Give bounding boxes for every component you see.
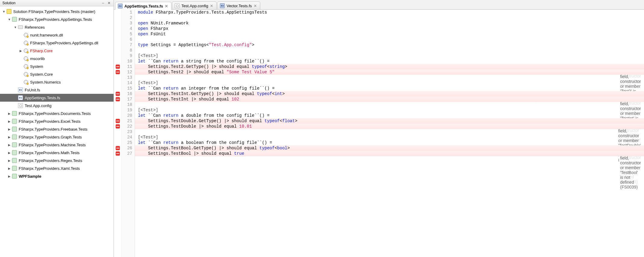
tree-item-label: FSharpx.TypeProviders.AppSettings.dll bbox=[30, 41, 98, 45]
code-line[interactable]: let ``Can return a boolean from the conf… bbox=[135, 140, 644, 145]
tree-item-wpfsample[interactable]: ▶WPFSample bbox=[0, 172, 114, 180]
error-marker-slot bbox=[114, 53, 121, 59]
code-line[interactable]: let ``Can return a string from the confi… bbox=[135, 59, 644, 64]
line-number: 2 bbox=[122, 15, 132, 21]
chevron-right-icon[interactable]: ▶ bbox=[7, 167, 11, 170]
error-marker-icon[interactable] bbox=[116, 97, 120, 101]
code-line[interactable]: Settings.TestInt.GetType() |> should equ… bbox=[135, 91, 644, 97]
close-icon[interactable]: ✕ bbox=[165, 4, 168, 8]
tree-item-label: FSharpx.TypeProviders.AppSettings.Tests bbox=[19, 17, 92, 22]
code-line[interactable]: Settings.TestBool.GetType() |> should eq… bbox=[135, 145, 644, 151]
code-line[interactable] bbox=[135, 102, 644, 107]
line-number: 11 bbox=[122, 64, 132, 69]
tab-test-app-config[interactable]: Test.App.config✕ bbox=[172, 2, 217, 9]
code-line[interactable]: module FSharpx.TypeProviders.Tests.AppSe… bbox=[135, 10, 644, 15]
tree-item-mscorlib[interactable]: mscorlib bbox=[0, 55, 114, 62]
code-editor[interactable]: 1234567891011121314151617181920212223242… bbox=[114, 10, 644, 257]
close-icon[interactable]: ✕ bbox=[107, 1, 111, 5]
code-body[interactable]: ~~~~The field, constructor or member 'Te… bbox=[135, 10, 644, 257]
tree-item-label: WPFSample bbox=[19, 174, 41, 179]
tree-item-fsharpx-typeproviders-appsettings-dll[interactable]: FSharpx.TypeProviders.AppSettings.dll bbox=[0, 39, 114, 47]
code-line[interactable] bbox=[135, 75, 644, 80]
error-marker-icon[interactable] bbox=[116, 92, 120, 96]
tree-item-fsharpx-typeproviders-math-tests[interactable]: ▶FSharpx.TypeProviders.Math.Tests bbox=[0, 149, 114, 157]
tree-item-fsharpx-typeproviders-xaml-tests[interactable]: ▶FSharpx.TypeProviders.Xaml.Tests bbox=[0, 164, 114, 172]
code-line[interactable]: Settings.TestDouble |> should equal 10.0… bbox=[135, 124, 644, 129]
tree-item-fsharpx-typeproviders-excel-tests[interactable]: ▶FSharpx.TypeProviders.Excel.Tests bbox=[0, 117, 114, 125]
chevron-right-icon[interactable]: ▶ bbox=[7, 159, 11, 162]
code-line[interactable]: let ``Can return a double from the confi… bbox=[135, 113, 644, 118]
tree-item-fsharpx-typeproviders-documents-tests[interactable]: ▶FSharpx.TypeProviders.Documents.Tests bbox=[0, 109, 114, 117]
code-line[interactable]: [<Test>] bbox=[135, 107, 644, 113]
tab-appsettings-tests-fs[interactable]: F#AppSettings.Tests.fs✕ bbox=[115, 2, 171, 10]
tree-item-system[interactable]: System bbox=[0, 62, 114, 70]
code-line[interactable]: type Settings = AppSettings<"Test.App.co… bbox=[135, 42, 644, 48]
tree-item-label: FSharpx.TypeProviders.Machine.Tests bbox=[19, 143, 86, 147]
tree-item-nunit-framework-dll[interactable]: nunit.framework.dll bbox=[0, 31, 114, 39]
tree-item-system-numerics[interactable]: System.Numerics bbox=[0, 78, 114, 86]
code-line[interactable] bbox=[135, 48, 644, 53]
tree-item-references[interactable]: ▼References bbox=[0, 23, 114, 31]
tab-vector-tests-fs[interactable]: F#Vector.Tests.fs✕ bbox=[217, 2, 260, 9]
project-icon bbox=[11, 17, 17, 22]
error-marker-icon[interactable] bbox=[116, 151, 120, 156]
chevron-right-icon[interactable]: ▶ bbox=[7, 135, 11, 139]
chevron-down-icon[interactable]: ▼ bbox=[2, 10, 6, 13]
tree-item-test-app-config[interactable]: Test.App.config bbox=[0, 102, 114, 109]
line-number: 4 bbox=[122, 26, 132, 31]
code-line[interactable]: [<Test>] bbox=[135, 135, 644, 140]
tree-item-label: FSharpx.TypeProviders.Math.Tests bbox=[19, 151, 80, 155]
close-icon[interactable]: ✕ bbox=[254, 4, 257, 8]
tree-item-label: AppSettings.Tests.fs bbox=[25, 96, 60, 100]
chevron-right-icon[interactable]: ▶ bbox=[7, 143, 11, 147]
code-line[interactable]: Settings.Test2 |> should equal "Some Tes… bbox=[135, 69, 644, 75]
chevron-right-icon[interactable]: ▶ bbox=[19, 49, 23, 52]
error-marker-icon[interactable] bbox=[116, 119, 120, 123]
code-line[interactable]: [<Test>] bbox=[135, 80, 644, 86]
error-marker-slot bbox=[114, 10, 121, 15]
code-line[interactable]: open FSharpx bbox=[135, 26, 644, 31]
chevron-right-icon[interactable]: ▶ bbox=[7, 175, 11, 178]
tree-item-fsharpx-typeproviders-graph-tests[interactable]: ▶FSharpx.TypeProviders.Graph.Tests bbox=[0, 133, 114, 141]
line-number: 21 bbox=[122, 118, 132, 124]
tree-item-fsharpx-typeproviders-appsettings-tests[interactable]: ▼FSharpx.TypeProviders.AppSettings.Tests bbox=[0, 15, 114, 23]
tree-item-system-core[interactable]: System.Core bbox=[0, 70, 114, 78]
tree-item-fsunit-fs[interactable]: F#FsUnit.fs bbox=[0, 86, 114, 94]
code-line[interactable] bbox=[135, 129, 644, 135]
tree-item-label: FsUnit.fs bbox=[25, 88, 40, 92]
minimize-icon[interactable]: – bbox=[101, 1, 105, 5]
code-line[interactable]: Settings.TestBool |> should equal true bbox=[135, 151, 644, 156]
chevron-right-icon[interactable]: ▶ bbox=[7, 112, 11, 115]
tree-item-label: System.Core bbox=[30, 72, 53, 77]
error-marker-icon[interactable] bbox=[116, 70, 120, 74]
error-marker-icon[interactable] bbox=[116, 124, 120, 128]
error-marker-icon[interactable] bbox=[116, 65, 120, 69]
ref-icon bbox=[23, 79, 29, 85]
ref-icon bbox=[23, 32, 29, 38]
tree-item-fsharpx-typeproviders-freebase-tests[interactable]: ▶FSharpx.TypeProviders.Freebase.Tests bbox=[0, 125, 114, 133]
chevron-right-icon[interactable]: ▶ bbox=[7, 120, 11, 123]
code-line[interactable]: Settings.TestInt |> should equal 102 bbox=[135, 97, 644, 102]
code-line[interactable]: open NUnit.Framework bbox=[135, 21, 644, 26]
code-line[interactable]: [<Test>] bbox=[135, 53, 644, 59]
tree-item-label: nunit.framework.dll bbox=[30, 33, 63, 37]
code-line[interactable] bbox=[135, 37, 644, 42]
chevron-right-icon[interactable]: ▶ bbox=[7, 151, 11, 154]
tree-item-fsharpx-typeproviders-regex-tests[interactable]: ▶FSharpx.TypeProviders.Regex.Tests bbox=[0, 157, 114, 164]
tree-item-appsettings-tests-fs[interactable]: F#AppSettings.Tests.fs bbox=[0, 94, 114, 102]
code-line[interactable]: let ``Can return an integer from the con… bbox=[135, 86, 644, 91]
solution-node[interactable]: ▼ Solution FSharpx.TypeProviders.Tests (… bbox=[0, 8, 114, 15]
solution-tree[interactable]: ▼ Solution FSharpx.TypeProviders.Tests (… bbox=[0, 6, 114, 257]
code-line[interactable] bbox=[135, 15, 644, 21]
code-line[interactable]: Settings.TestDouble.GetType() |> should … bbox=[135, 118, 644, 124]
tree-item-fsharp-core[interactable]: ▶FSharp.Core bbox=[0, 47, 114, 55]
close-icon[interactable]: ✕ bbox=[210, 4, 213, 8]
chevron-down-icon[interactable]: ▼ bbox=[13, 26, 17, 29]
code-line[interactable]: open FsUnit bbox=[135, 31, 644, 37]
chevron-right-icon[interactable]: ▶ bbox=[7, 128, 11, 131]
project-icon bbox=[11, 134, 17, 140]
error-marker-icon[interactable] bbox=[116, 146, 120, 150]
code-line[interactable]: Settings.Test2.GetType() |> should equal… bbox=[135, 64, 644, 69]
tree-item-fsharpx-typeproviders-machine-tests[interactable]: ▶FSharpx.TypeProviders.Machine.Tests bbox=[0, 141, 114, 149]
chevron-down-icon[interactable]: ▼ bbox=[7, 18, 11, 21]
